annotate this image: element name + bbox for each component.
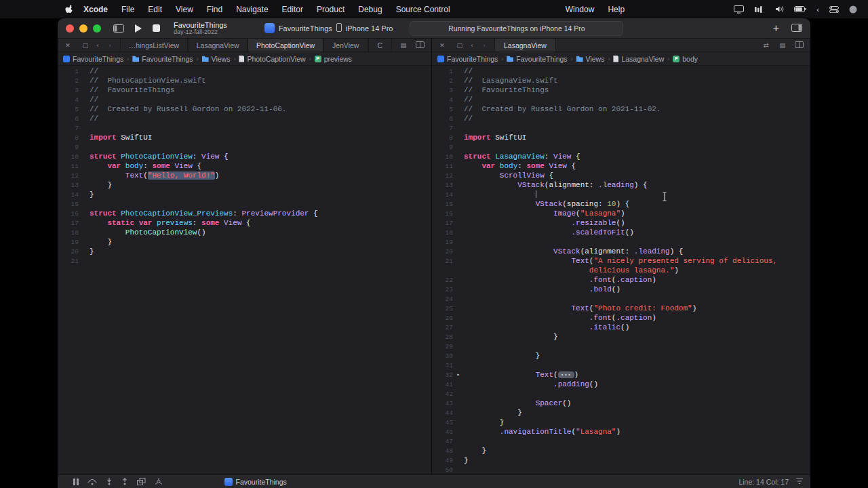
code-line[interactable]: 31 [432,361,810,370]
code-line[interactable]: 20} [58,247,431,256]
code-line[interactable]: 44 } [432,408,810,418]
code-line[interactable]: 22 .font(.caption) [432,275,810,285]
editor-options-icon[interactable]: ▤ [397,41,410,49]
back-icon[interactable]: ‹ [466,41,478,49]
library-button[interactable]: + [773,23,779,34]
minimize-window-button[interactable] [79,24,87,33]
code-line[interactable]: 3// FavouriteThings [432,85,810,95]
code-line[interactable]: 15 VStack(spacing: 10) { [432,199,810,209]
code-line[interactable]: 17 .resizable() [432,218,810,228]
navigator-sidebar-toggle-icon[interactable] [113,24,124,33]
breadcrumb-item[interactable]: PhotoCaptionView [239,55,305,63]
code-line[interactable]: 1// [58,66,431,76]
tab-c[interactable]: C [368,39,392,52]
code-line[interactable]: 1// [432,66,810,76]
focus-editor-icon[interactable]: ▢ [79,41,92,49]
breadcrumb-item[interactable]: Views [202,55,231,63]
code-line[interactable]: 11 var body: some View { [432,161,810,171]
memory-graph-icon[interactable] [155,478,163,485]
code-line[interactable]: 19 [432,237,810,247]
code-line[interactable]: 17 static var previews: some View { [58,218,431,228]
folded-code-pill[interactable]: ••• [558,371,574,378]
close-split-icon[interactable]: ✕ [62,42,74,49]
code-line[interactable]: 13 VStack(alignment: .leading) { [432,180,810,190]
code-line[interactable]: 18 .scaledToFit() [432,228,810,237]
code-line[interactable]: 24 [432,294,810,304]
menu-file[interactable]: File [115,5,141,14]
code-line[interactable]: 26 .font(.caption) [432,313,810,323]
code-line[interactable]: 32▸ Text(•••) [432,370,810,380]
menu-source-control[interactable]: Source Control [389,5,457,14]
code-line[interactable]: delicious lasagna.") [432,266,810,275]
code-review-icon[interactable]: ⇄ [760,41,772,49]
code-line[interactable]: 46 .navigationTitle("Lasagna") [432,427,810,436]
tab-lasagnaview[interactable]: LasagnaView [494,39,556,52]
running-process[interactable]: FavouriteThings [224,478,287,486]
close-window-button[interactable] [66,24,74,33]
fold-indicator-icon[interactable]: ▸ [453,370,464,380]
inspector-sidebar-toggle-icon[interactable] [791,22,802,35]
code-line[interactable]: 2// LasagnaView.swift [432,76,810,85]
menu-product[interactable]: Product [310,5,351,14]
menu-navigate[interactable]: Navigate [229,5,275,14]
code-line[interactable]: 10struct LasagnaView: View { [432,152,810,161]
code-line[interactable]: 23 .bold() [432,285,810,294]
code-line[interactable]: 15 [58,199,431,209]
code-line[interactable]: 9 [58,142,431,152]
code-line[interactable]: 43 Spacer() [432,399,810,408]
tab-photocaptionview[interactable]: PhotoCaptionView [248,39,323,52]
code-line[interactable]: 41 .padding() [432,380,810,389]
code-line[interactable]: 7 [58,123,431,133]
right-editor[interactable]: 1//2// LasagnaView.swift3// FavouriteThi… [432,66,810,474]
menu-xcode[interactable]: Xcode [77,5,115,14]
code-line[interactable]: 2// PhotoCaptionView.swift [58,76,431,85]
forward-icon[interactable]: › [478,41,490,49]
code-line[interactable]: 5// Created by Russell Gordon on 2022-11… [58,104,431,114]
code-line[interactable]: 5// Created by Russell Gordon on 2021-11… [432,104,810,114]
code-line[interactable]: 45 } [432,418,810,427]
code-line[interactable]: 13 } [58,180,431,190]
step-over-icon[interactable] [87,478,97,485]
chevron-left-icon[interactable]: ‹ [816,5,819,14]
code-line[interactable]: 50 [432,465,810,474]
siri-icon[interactable] [849,5,857,14]
run-button[interactable] [135,24,142,33]
code-line[interactable]: 8import SwiftUI [432,133,810,142]
code-line[interactable]: 42 [432,389,810,399]
code-line[interactable]: 6// [58,114,431,123]
display-icon[interactable] [734,5,744,14]
breadcrumb-item[interactable]: FavouriteThings [63,55,123,63]
code-line[interactable]: 16struct PhotoCaptionView_Previews: Prev… [58,209,431,218]
zoom-window-button[interactable] [93,24,101,33]
code-line[interactable]: 8import SwiftUI [58,133,431,142]
left-editor[interactable]: 1//2// PhotoCaptionView.swift3// Favouri… [58,66,431,474]
breadcrumb-item[interactable]: Views [576,55,605,63]
menu-debug[interactable]: Debug [351,5,389,14]
apple-menu[interactable] [65,4,74,14]
breadcrumb-item[interactable]: FavouriteThings [507,55,567,63]
add-editor-icon[interactable] [793,41,805,49]
tab-jenview[interactable]: JenView [323,39,368,52]
code-line[interactable]: 6// [432,114,810,123]
code-line[interactable]: 25 Text("Photo credit: Foodom") [432,304,810,313]
control-center-icon[interactable] [829,6,839,13]
code-line[interactable]: 3// FavouriteThings [58,85,431,95]
view-debugger-icon[interactable] [137,478,146,485]
forward-icon[interactable]: › [104,41,116,49]
tab--hingslistview[interactable]: …hingsListView [120,39,188,52]
stop-button[interactable] [153,24,160,32]
code-line[interactable]: 7 [432,123,810,133]
code-line[interactable]: 11 var body: some View { [58,161,431,171]
code-line[interactable]: 14 [432,190,810,199]
scheme-selector[interactable]: FavouriteThings iPhone 14 Pro [264,23,393,33]
code-line[interactable]: 4// [58,95,431,104]
focus-editor-icon[interactable]: ▢ [454,41,466,49]
code-line[interactable]: 30 } [432,351,810,361]
filter-icon[interactable] [795,478,804,486]
pause-icon[interactable] [73,479,79,485]
menu-find[interactable]: Find [200,5,229,14]
code-line[interactable]: 49} [432,455,810,465]
add-editor-icon[interactable] [414,41,426,49]
menu-editor[interactable]: Editor [275,5,310,14]
breadcrumb-item[interactable]: Pbody [673,55,698,63]
